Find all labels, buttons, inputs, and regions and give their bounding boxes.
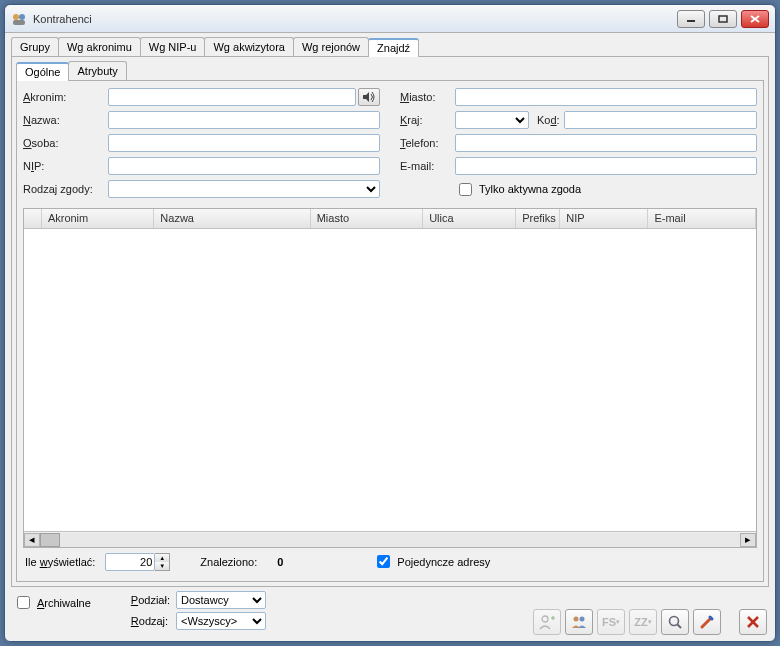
svg-point-0 — [13, 14, 19, 20]
scroll-right-button[interactable]: ▸ — [740, 533, 756, 547]
tab-grupy[interactable]: Grupy — [11, 37, 59, 56]
pojedyncze-checkbox[interactable] — [377, 555, 390, 568]
tab-wg-akronimu[interactable]: Wg akronimu — [58, 37, 141, 56]
ile-label: Ile wyświetlać: — [25, 556, 95, 568]
znaleziono-label: Znaleziono: — [200, 556, 257, 568]
telefon-input[interactable] — [455, 134, 757, 152]
zz-icon: ZZ — [634, 616, 647, 628]
results-grid: AkronimNazwaMiastoUlicaPrefiksNIPE-mail … — [23, 208, 757, 548]
kod-input[interactable] — [564, 111, 757, 129]
archiwalne-label: Archiwalne — [37, 597, 91, 609]
osoba-input[interactable] — [108, 134, 380, 152]
tylko-aktywna-label: Tylko aktywna zgoda — [479, 183, 581, 195]
svg-marker-7 — [363, 92, 369, 102]
groups-button[interactable] — [565, 609, 593, 635]
scroll-thumb[interactable] — [40, 533, 60, 547]
svg-point-1 — [19, 14, 25, 20]
archiwalne-checkbox[interactable] — [17, 596, 30, 609]
svg-point-11 — [574, 617, 579, 622]
nip-label: NIP: — [23, 160, 108, 172]
kraj-label: Kraj: — [400, 114, 455, 126]
email-input[interactable] — [455, 157, 757, 175]
miasto-label: Miasto: — [400, 91, 455, 103]
podzial-label: Podział: — [131, 594, 170, 606]
grid-body[interactable] — [24, 229, 756, 531]
close-icon — [746, 615, 760, 629]
akronim-input[interactable] — [108, 88, 356, 106]
svg-point-13 — [670, 617, 679, 626]
tylko-aktywna-checkbox[interactable] — [459, 183, 472, 196]
column-header-miasto[interactable]: Miasto — [311, 209, 423, 228]
column-header-prefiks[interactable]: Prefiks — [516, 209, 560, 228]
edit-icon — [699, 614, 715, 630]
ile-down-button[interactable]: ▼ — [155, 562, 169, 570]
fs-icon: FS — [602, 616, 616, 628]
svg-point-8 — [542, 616, 548, 622]
groups-icon — [570, 614, 588, 630]
subtab-atrybuty[interactable]: Atrybuty — [68, 61, 126, 80]
tab-wg-akwizytora[interactable]: Wg akwizytora — [204, 37, 294, 56]
maximize-button[interactable] — [709, 10, 737, 28]
znaleziono-value: 0 — [277, 556, 283, 568]
miasto-input[interactable] — [455, 88, 757, 106]
search-button[interactable] — [661, 609, 689, 635]
kod-label: Kod: — [537, 114, 560, 126]
email-label: E-mail: — [400, 160, 455, 172]
tab-znajdź[interactable]: Znajdź — [368, 38, 419, 57]
fs-button[interactable]: FS▾ — [597, 609, 625, 635]
svg-rect-4 — [719, 16, 727, 22]
grid-scrollbar[interactable]: ◂ ▸ — [24, 531, 756, 547]
close-button[interactable] — [739, 609, 767, 635]
nazwa-input[interactable] — [108, 111, 380, 129]
scroll-left-button[interactable]: ◂ — [24, 533, 40, 547]
close-window-button[interactable] — [741, 10, 769, 28]
column-header-nazwa[interactable]: Nazwa — [154, 209, 310, 228]
add-person-icon — [538, 614, 556, 630]
rodzaj-zgody-select[interactable] — [108, 180, 380, 198]
rodzaj-select[interactable]: <Wszyscy> — [176, 612, 266, 630]
pojedyncze-label: Pojedyncze adresy — [397, 556, 490, 568]
nazwa-label: Nazwa: — [23, 114, 108, 126]
add-person-button[interactable] — [533, 609, 561, 635]
svg-rect-2 — [13, 20, 25, 25]
akronim-label: Akronim: — [23, 91, 108, 103]
rodzaj-zgody-label: Rodzaj zgody: — [23, 183, 108, 195]
edit-button[interactable] — [693, 609, 721, 635]
svg-line-16 — [710, 617, 712, 619]
column-header-e-mail[interactable]: E-mail — [648, 209, 756, 228]
tabs-inner: OgólneAtrybuty — [16, 61, 764, 81]
telefon-label: Telefon: — [400, 137, 455, 149]
svg-line-14 — [678, 625, 682, 629]
osoba-label: Osoba: — [23, 137, 108, 149]
tab-wg-rejonów[interactable]: Wg rejonów — [293, 37, 369, 56]
speak-button[interactable] — [358, 88, 380, 106]
svg-point-12 — [580, 617, 585, 622]
kraj-select[interactable] — [455, 111, 529, 129]
app-icon — [11, 11, 27, 27]
grid-header: AkronimNazwaMiastoUlicaPrefiksNIPE-mail — [24, 209, 756, 229]
podzial-select[interactable]: Dostawcy — [176, 591, 266, 609]
titlebar: Kontrahenci — [5, 5, 775, 33]
tab-wg-nip-u[interactable]: Wg NIP-u — [140, 37, 206, 56]
ile-up-button[interactable]: ▲ — [155, 554, 169, 562]
speaker-icon — [362, 91, 376, 103]
column-header-ulica[interactable]: Ulica — [423, 209, 516, 228]
rodzaj-label: Rodzaj: — [131, 615, 170, 627]
minimize-button[interactable] — [677, 10, 705, 28]
search-icon — [667, 614, 683, 630]
svg-line-15 — [702, 618, 711, 627]
nip-input[interactable] — [108, 157, 380, 175]
subtab-ogólne[interactable]: Ogólne — [16, 62, 69, 81]
column-header-nip[interactable]: NIP — [560, 209, 648, 228]
ile-input[interactable] — [105, 553, 155, 571]
tabs-outer: GrupyWg akronimuWg NIP-uWg akwizytoraWg … — [11, 37, 769, 57]
column-header-akronim[interactable]: Akronim — [42, 209, 154, 228]
window: Kontrahenci GrupyWg akronimuWg NIP-uWg a… — [4, 4, 776, 642]
zz-button[interactable]: ZZ▾ — [629, 609, 657, 635]
window-title: Kontrahenci — [33, 13, 677, 25]
